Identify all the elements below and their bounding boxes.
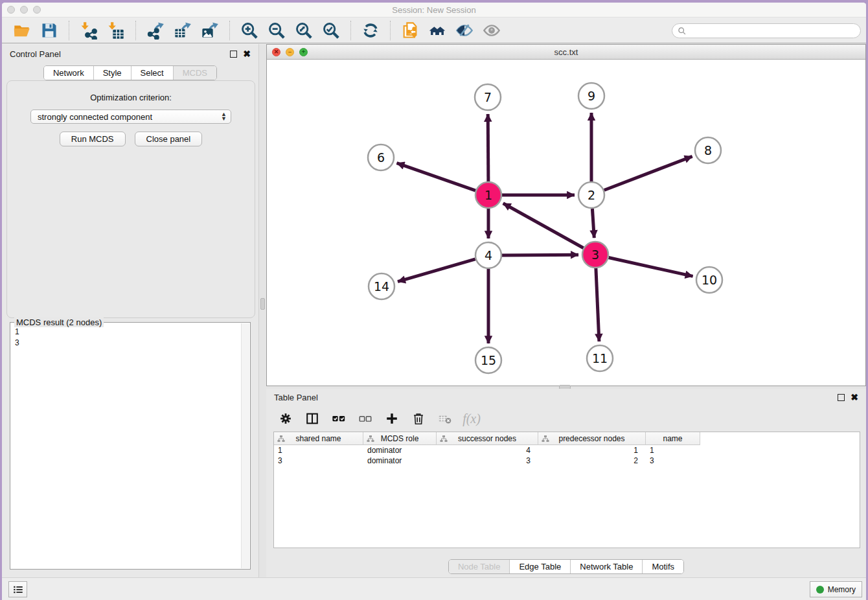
right-column: ✕ – + scc.txt 1 2 3 4 6 7 8 9 (266, 44, 866, 577)
svg-text:1: 1 (485, 188, 492, 202)
deselect-all-icon (358, 411, 372, 426)
delete-column-button[interactable] (411, 411, 426, 426)
split-handle[interactable] (260, 298, 265, 310)
hide-details-button[interactable] (453, 20, 475, 41)
memory-button[interactable]: Memory (810, 581, 862, 597)
table-mode-button[interactable] (278, 411, 293, 426)
zoom-selected-icon (322, 21, 340, 40)
node-6[interactable]: 6 (368, 144, 394, 170)
export-network-button[interactable] (144, 20, 166, 41)
deselect-all-button[interactable] (358, 411, 373, 426)
node-table[interactable]: shared name MCDS role successor nodes pr… (273, 432, 860, 548)
search-input[interactable] (690, 27, 855, 36)
edge-2-3[interactable] (592, 209, 594, 238)
table-cell: 1 (538, 445, 646, 456)
svg-text:11: 11 (592, 351, 608, 365)
table-tab-group: Node TableEdge TableNetwork TableMotifs (448, 559, 684, 574)
column-header-MCDS-role[interactable]: MCDS role (363, 432, 437, 445)
table-cell: 1 (274, 445, 363, 456)
table-row[interactable]: 3dominator323 (274, 456, 860, 466)
mcds-result-list[interactable]: 13 (10, 324, 241, 568)
export-table-button[interactable] (172, 20, 194, 41)
edge-1-6[interactable] (397, 163, 476, 191)
svg-text:14: 14 (374, 279, 389, 294)
toolbar-divider (69, 21, 69, 40)
zoom-fit-button[interactable] (293, 20, 315, 41)
control-panel-header: Control Panel ✖ (2, 44, 258, 63)
column-header-name[interactable]: name (646, 432, 700, 445)
table-tab-node-table[interactable]: Node Table (449, 560, 510, 573)
run-mcds-button[interactable]: Run MCDS (60, 132, 126, 146)
search-box[interactable] (672, 23, 861, 38)
close-panel-icon[interactable]: ✖ (851, 394, 858, 401)
criterion-select[interactable]: strongly connected component ▲▼ (30, 110, 231, 124)
table-panel: Table Panel ✖ f(x) shared name MCDS role… (266, 389, 866, 577)
home-button[interactable] (426, 20, 448, 41)
svg-text:3: 3 (591, 248, 599, 262)
task-history-button[interactable] (8, 581, 27, 597)
node-4[interactable]: 4 (475, 242, 501, 268)
save-session-icon (40, 21, 58, 40)
zoom-selected-button[interactable] (320, 20, 342, 41)
select-all-button[interactable] (331, 411, 347, 426)
node-8[interactable]: 8 (695, 137, 721, 163)
table-tab-network-table[interactable]: Network Table (570, 560, 642, 573)
svg-text:9: 9 (588, 89, 595, 103)
table-cell: 1 (646, 445, 700, 456)
vertical-split-divider[interactable] (258, 44, 266, 577)
clone-network-button[interactable] (399, 20, 421, 41)
edge-4-3[interactable] (502, 255, 578, 255)
node-7[interactable]: 7 (475, 84, 501, 110)
node-1[interactable]: 1 (475, 182, 501, 208)
import-network-button[interactable] (78, 20, 100, 41)
float-panel-icon[interactable] (838, 394, 845, 401)
svg-text:2: 2 (588, 188, 595, 202)
tab-select[interactable]: Select (131, 66, 173, 80)
node-10[interactable]: 10 (696, 267, 722, 293)
edge-3-1[interactable] (503, 203, 584, 248)
close-panel-icon[interactable]: ✖ (243, 51, 251, 58)
column-header-predecessor-nodes[interactable]: predecessor nodes (538, 432, 646, 445)
delete-table-icon (438, 411, 452, 426)
close-panel-button[interactable]: Close panel (135, 132, 203, 146)
refresh-layout-button[interactable] (360, 20, 382, 41)
toolbar-divider (390, 21, 391, 40)
edge-2-8[interactable] (604, 156, 692, 190)
zoom-out-button[interactable] (266, 20, 288, 41)
node-3[interactable]: 3 (582, 242, 608, 268)
create-column-button[interactable] (384, 411, 400, 426)
edge-4-14[interactable] (398, 259, 475, 282)
tab-style[interactable]: Style (93, 66, 131, 80)
tab-network[interactable]: Network (44, 66, 93, 80)
node-14[interactable]: 14 (369, 273, 394, 299)
table-tab-edge-table[interactable]: Edge Table (509, 560, 570, 573)
export-table-icon (174, 21, 192, 40)
node-9[interactable]: 9 (578, 83, 604, 109)
column-header-successor-nodes[interactable]: successor nodes (437, 432, 538, 445)
import-table-button[interactable] (105, 20, 127, 41)
tab-mcds[interactable]: MCDS (173, 66, 216, 80)
node-15[interactable]: 15 (475, 347, 501, 373)
edge-1-7[interactable] (488, 114, 488, 181)
node-2[interactable]: 2 (578, 182, 604, 208)
float-panel-icon[interactable] (230, 51, 237, 58)
function-builder-icon: f(x) (463, 411, 481, 426)
network-canvas[interactable]: 1 2 3 4 6 7 8 9 10 11 14 15 (267, 60, 865, 386)
zoom-in-button[interactable] (238, 20, 260, 41)
show-details-button[interactable] (481, 20, 503, 41)
control-panel-title: Control Panel (10, 49, 61, 59)
show-columns-button[interactable] (304, 411, 320, 426)
open-session-button[interactable] (11, 20, 33, 41)
table-row[interactable]: 1dominator411 (274, 445, 860, 456)
node-11[interactable]: 11 (587, 345, 613, 371)
export-image-button[interactable] (199, 20, 221, 41)
table-cell: 4 (437, 445, 538, 456)
edge-3-11[interactable] (596, 268, 599, 341)
table-tab-motifs[interactable]: Motifs (642, 560, 683, 573)
svg-text:6: 6 (377, 150, 385, 165)
table-cell: 3 (274, 456, 363, 466)
column-header-shared-name[interactable]: shared name (274, 432, 363, 445)
save-session-button[interactable] (38, 20, 60, 41)
result-scrollbar[interactable] (241, 323, 249, 568)
edge-3-10[interactable] (609, 258, 693, 277)
